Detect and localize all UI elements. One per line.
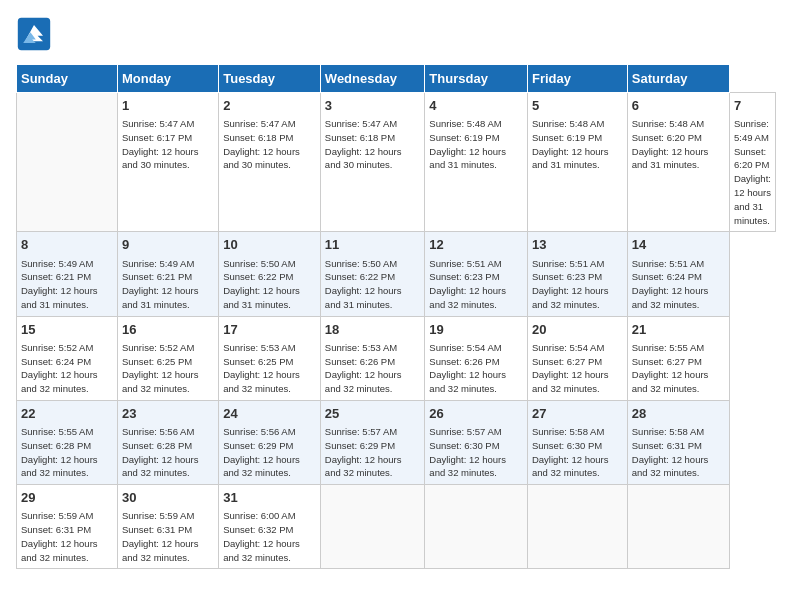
- calendar-cell: [425, 485, 528, 569]
- day-number: 10: [223, 236, 316, 254]
- header-row: SundayMondayTuesdayWednesdayThursdayFrid…: [17, 65, 776, 93]
- day-info: Sunrise: 5:55 AM Sunset: 6:27 PM Dayligh…: [632, 341, 725, 396]
- day-number: 17: [223, 321, 316, 339]
- day-info: Sunrise: 5:58 AM Sunset: 6:30 PM Dayligh…: [532, 425, 623, 480]
- header-day-monday: Monday: [117, 65, 218, 93]
- calendar-cell: 4Sunrise: 5:48 AM Sunset: 6:19 PM Daylig…: [425, 93, 528, 232]
- day-number: 31: [223, 489, 316, 507]
- day-info: Sunrise: 5:58 AM Sunset: 6:31 PM Dayligh…: [632, 425, 725, 480]
- day-number: 21: [632, 321, 725, 339]
- calendar-week-0: 1Sunrise: 5:47 AM Sunset: 6:17 PM Daylig…: [17, 93, 776, 232]
- calendar-cell: [17, 93, 118, 232]
- calendar-cell: 10Sunrise: 5:50 AM Sunset: 6:22 PM Dayli…: [219, 232, 321, 316]
- day-info: Sunrise: 5:55 AM Sunset: 6:28 PM Dayligh…: [21, 425, 113, 480]
- day-number: 23: [122, 405, 214, 423]
- calendar-week-2: 15Sunrise: 5:52 AM Sunset: 6:24 PM Dayli…: [17, 316, 776, 400]
- day-number: 16: [122, 321, 214, 339]
- logo-icon: [16, 16, 52, 52]
- day-info: Sunrise: 5:53 AM Sunset: 6:26 PM Dayligh…: [325, 341, 421, 396]
- calendar-cell: 6Sunrise: 5:48 AM Sunset: 6:20 PM Daylig…: [627, 93, 729, 232]
- day-info: Sunrise: 5:54 AM Sunset: 6:26 PM Dayligh…: [429, 341, 523, 396]
- header-day-sunday: Sunday: [17, 65, 118, 93]
- day-info: Sunrise: 5:49 AM Sunset: 6:21 PM Dayligh…: [21, 257, 113, 312]
- day-number: 6: [632, 97, 725, 115]
- calendar-cell: 27Sunrise: 5:58 AM Sunset: 6:30 PM Dayli…: [527, 400, 627, 484]
- calendar-cell: 3Sunrise: 5:47 AM Sunset: 6:18 PM Daylig…: [320, 93, 425, 232]
- day-info: Sunrise: 5:49 AM Sunset: 6:21 PM Dayligh…: [122, 257, 214, 312]
- calendar-cell: 31Sunrise: 6:00 AM Sunset: 6:32 PM Dayli…: [219, 485, 321, 569]
- header-day-saturday: Saturday: [627, 65, 729, 93]
- calendar-cell: 21Sunrise: 5:55 AM Sunset: 6:27 PM Dayli…: [627, 316, 729, 400]
- calendar-cell: 26Sunrise: 5:57 AM Sunset: 6:30 PM Dayli…: [425, 400, 528, 484]
- day-number: 14: [632, 236, 725, 254]
- day-info: Sunrise: 5:52 AM Sunset: 6:25 PM Dayligh…: [122, 341, 214, 396]
- calendar-body: 1Sunrise: 5:47 AM Sunset: 6:17 PM Daylig…: [17, 93, 776, 569]
- day-info: Sunrise: 5:50 AM Sunset: 6:22 PM Dayligh…: [325, 257, 421, 312]
- day-info: Sunrise: 5:50 AM Sunset: 6:22 PM Dayligh…: [223, 257, 316, 312]
- calendar-cell: 18Sunrise: 5:53 AM Sunset: 6:26 PM Dayli…: [320, 316, 425, 400]
- day-info: Sunrise: 5:51 AM Sunset: 6:23 PM Dayligh…: [429, 257, 523, 312]
- day-number: 22: [21, 405, 113, 423]
- calendar-cell: 11Sunrise: 5:50 AM Sunset: 6:22 PM Dayli…: [320, 232, 425, 316]
- day-number: 2: [223, 97, 316, 115]
- day-number: 12: [429, 236, 523, 254]
- day-info: Sunrise: 5:53 AM Sunset: 6:25 PM Dayligh…: [223, 341, 316, 396]
- day-number: 20: [532, 321, 623, 339]
- calendar-cell: [320, 485, 425, 569]
- calendar-cell: 16Sunrise: 5:52 AM Sunset: 6:25 PM Dayli…: [117, 316, 218, 400]
- day-info: Sunrise: 5:57 AM Sunset: 6:30 PM Dayligh…: [429, 425, 523, 480]
- day-number: 15: [21, 321, 113, 339]
- day-info: Sunrise: 5:56 AM Sunset: 6:29 PM Dayligh…: [223, 425, 316, 480]
- day-info: Sunrise: 5:49 AM Sunset: 6:20 PM Dayligh…: [734, 117, 771, 227]
- day-info: Sunrise: 5:59 AM Sunset: 6:31 PM Dayligh…: [122, 509, 214, 564]
- day-number: 18: [325, 321, 421, 339]
- day-number: 26: [429, 405, 523, 423]
- calendar-cell: 1Sunrise: 5:47 AM Sunset: 6:17 PM Daylig…: [117, 93, 218, 232]
- day-number: 29: [21, 489, 113, 507]
- calendar-cell: 25Sunrise: 5:57 AM Sunset: 6:29 PM Dayli…: [320, 400, 425, 484]
- calendar-cell: 9Sunrise: 5:49 AM Sunset: 6:21 PM Daylig…: [117, 232, 218, 316]
- header-day-friday: Friday: [527, 65, 627, 93]
- day-info: Sunrise: 5:48 AM Sunset: 6:20 PM Dayligh…: [632, 117, 725, 172]
- calendar-cell: 12Sunrise: 5:51 AM Sunset: 6:23 PM Dayli…: [425, 232, 528, 316]
- calendar-week-4: 29Sunrise: 5:59 AM Sunset: 6:31 PM Dayli…: [17, 485, 776, 569]
- day-number: 3: [325, 97, 421, 115]
- calendar-cell: 7Sunrise: 5:49 AM Sunset: 6:20 PM Daylig…: [729, 93, 775, 232]
- day-number: 5: [532, 97, 623, 115]
- day-number: 27: [532, 405, 623, 423]
- day-number: 1: [122, 97, 214, 115]
- calendar-cell: 20Sunrise: 5:54 AM Sunset: 6:27 PM Dayli…: [527, 316, 627, 400]
- calendar-cell: 14Sunrise: 5:51 AM Sunset: 6:24 PM Dayli…: [627, 232, 729, 316]
- calendar-cell: [527, 485, 627, 569]
- calendar-cell: 28Sunrise: 5:58 AM Sunset: 6:31 PM Dayli…: [627, 400, 729, 484]
- day-info: Sunrise: 5:57 AM Sunset: 6:29 PM Dayligh…: [325, 425, 421, 480]
- header-day-thursday: Thursday: [425, 65, 528, 93]
- day-info: Sunrise: 6:00 AM Sunset: 6:32 PM Dayligh…: [223, 509, 316, 564]
- calendar-header: SundayMondayTuesdayWednesdayThursdayFrid…: [17, 65, 776, 93]
- day-info: Sunrise: 5:54 AM Sunset: 6:27 PM Dayligh…: [532, 341, 623, 396]
- calendar-table: SundayMondayTuesdayWednesdayThursdayFrid…: [16, 64, 776, 569]
- day-number: 13: [532, 236, 623, 254]
- day-info: Sunrise: 5:47 AM Sunset: 6:17 PM Dayligh…: [122, 117, 214, 172]
- calendar-cell: 13Sunrise: 5:51 AM Sunset: 6:23 PM Dayli…: [527, 232, 627, 316]
- calendar-cell: 15Sunrise: 5:52 AM Sunset: 6:24 PM Dayli…: [17, 316, 118, 400]
- day-number: 25: [325, 405, 421, 423]
- calendar-cell: 22Sunrise: 5:55 AM Sunset: 6:28 PM Dayli…: [17, 400, 118, 484]
- day-number: 28: [632, 405, 725, 423]
- header: [16, 16, 776, 52]
- day-number: 4: [429, 97, 523, 115]
- day-number: 24: [223, 405, 316, 423]
- header-day-tuesday: Tuesday: [219, 65, 321, 93]
- calendar-cell: 30Sunrise: 5:59 AM Sunset: 6:31 PM Dayli…: [117, 485, 218, 569]
- day-number: 9: [122, 236, 214, 254]
- logo: [16, 16, 56, 52]
- day-number: 11: [325, 236, 421, 254]
- calendar-week-1: 8Sunrise: 5:49 AM Sunset: 6:21 PM Daylig…: [17, 232, 776, 316]
- calendar-cell: 23Sunrise: 5:56 AM Sunset: 6:28 PM Dayli…: [117, 400, 218, 484]
- day-number: 30: [122, 489, 214, 507]
- day-info: Sunrise: 5:47 AM Sunset: 6:18 PM Dayligh…: [325, 117, 421, 172]
- calendar-cell: 29Sunrise: 5:59 AM Sunset: 6:31 PM Dayli…: [17, 485, 118, 569]
- day-info: Sunrise: 5:48 AM Sunset: 6:19 PM Dayligh…: [532, 117, 623, 172]
- day-info: Sunrise: 5:47 AM Sunset: 6:18 PM Dayligh…: [223, 117, 316, 172]
- day-info: Sunrise: 5:51 AM Sunset: 6:24 PM Dayligh…: [632, 257, 725, 312]
